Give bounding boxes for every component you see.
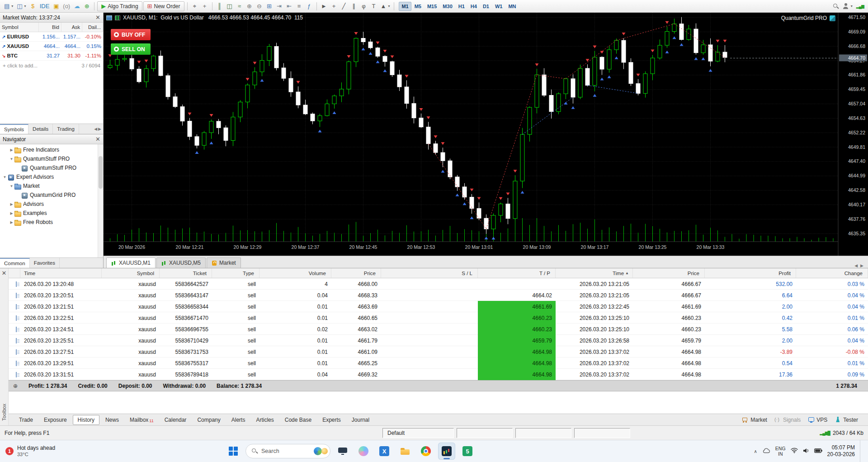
zoom-in-icon[interactable]: ⊕ [245, 1, 254, 11]
close-icon[interactable]: ✕ [95, 14, 100, 20]
expand-icon[interactable]: ▼ [9, 157, 14, 161]
chart-type-icon[interactable] [115, 15, 120, 20]
service-link[interactable]: Market [742, 417, 767, 423]
expand-icon[interactable]: ▶ [9, 148, 14, 152]
navigator-item[interactable]: ▶ Examples [0, 209, 103, 218]
history-column-header[interactable]: Type [212, 268, 259, 278]
toolbox-tab[interactable]: Alerts [226, 415, 250, 425]
navigator-item[interactable]: ▼ QuantumStuff PRO [0, 154, 103, 163]
timeframe-button[interactable]: MN [505, 2, 519, 11]
add-symbol-row[interactable]: + click to add... 3 / 6094 [0, 61, 103, 70]
tabs-scroll-right-icon[interactable]: ▶ [860, 263, 863, 268]
taskbar-search[interactable]: Search [245, 444, 330, 458]
profile-selector[interactable]: Default [382, 428, 454, 438]
navigator-item[interactable]: ▼ Market [0, 181, 103, 191]
navigator-item[interactable]: ▶ Free Robots [0, 218, 103, 227]
scrollbar-thumb[interactable] [99, 156, 103, 189]
expand-icon[interactable]: ▶ [9, 202, 14, 206]
volume-icon[interactable] [803, 448, 809, 455]
toolbox-tab[interactable]: Exposure [39, 415, 72, 425]
expand-icon[interactable]: ▶ [9, 211, 14, 215]
new-chart-icon[interactable]: ▤ ▾ [3, 1, 14, 11]
column-header[interactable]: Bid [39, 23, 61, 32]
buy-button[interactable]: BUY OFF [111, 29, 151, 40]
toolbar-item[interactable] [316, 2, 317, 10]
history-row[interactable]: 2026.03.20 13:22:51 xauusd 55836671470 s… [9, 312, 868, 324]
toolbox-tab[interactable]: Mailbox 11 [125, 415, 159, 425]
toolbar-item[interactable] [212, 2, 212, 10]
taskbar-clock[interactable]: 05:07 PM 20-03-2026 [827, 444, 855, 458]
trendline-icon[interactable]: ╱ [340, 1, 349, 11]
navigator-tab[interactable]: Favorites [30, 258, 60, 268]
wps-app-icon[interactable] [459, 443, 476, 460]
toolbar-item[interactable] [94, 2, 94, 10]
toolbox-tab[interactable]: News [100, 415, 124, 425]
expand-summary-icon[interactable]: ⊕ [13, 383, 18, 389]
objects-list-icon[interactable]: ≡ [295, 1, 304, 11]
chart-tab[interactable]: Market [207, 257, 241, 268]
metaeditor-ide-icon[interactable]: IDE [38, 1, 51, 11]
toolbox-tab[interactable]: Articles [251, 415, 278, 425]
algo-trading-button[interactable]: ▶ Algo Trading [97, 1, 142, 11]
timeframe-button[interactable]: M15 [425, 2, 439, 11]
chart-menu-icon[interactable] [106, 15, 112, 20]
navigator-item[interactable]: QuantumStuff PRO [0, 163, 103, 172]
history-column-header[interactable]: S / L [381, 268, 478, 278]
close-icon[interactable]: ✕ [95, 136, 100, 142]
show-desktop-button[interactable] [860, 440, 862, 462]
language-indicator[interactable]: ENG IN [775, 446, 786, 457]
metatrader-app-icon[interactable] [438, 443, 455, 460]
toolbox-tab[interactable]: History [73, 415, 99, 425]
text-tool-icon[interactable]: T [369, 1, 378, 11]
history-column-header[interactable]: Time ▲ [556, 268, 633, 278]
toolbox-tab[interactable]: Company [192, 415, 225, 425]
copilot-app-icon[interactable] [355, 443, 372, 460]
broadcast-icon[interactable]: (o) [61, 1, 71, 11]
timeframe-button[interactable]: W1 [492, 2, 505, 11]
navigator-item[interactable]: ▼ Expert Advisors [0, 172, 103, 181]
column-header[interactable]: Dail... [82, 23, 103, 32]
history-column-header[interactable]: Change [796, 268, 868, 278]
timeframe-button[interactable]: M1 [399, 2, 411, 11]
toolbar-item[interactable] [187, 2, 188, 10]
channel-icon[interactable]: ∥ [349, 1, 359, 11]
market-watch-tab[interactable]: Trading [53, 124, 79, 134]
add-account-icon[interactable]: ⊕ [82, 1, 91, 11]
fibonacci-icon[interactable]: φ [359, 1, 368, 11]
column-header[interactable]: Ask [61, 23, 82, 32]
chrome-app-icon[interactable] [417, 443, 434, 460]
history-row[interactable]: 2026.03.20 13:27:51 xauusd 55836731753 s… [9, 346, 868, 357]
line-chart-icon[interactable]: ≈ [235, 1, 244, 11]
navigator-tab[interactable]: Common [0, 258, 30, 268]
profiles-icon[interactable]: ◫ ▾ [15, 1, 27, 11]
scroll-left-icon[interactable]: ◀ [94, 127, 97, 131]
file-explorer-icon[interactable] [396, 443, 414, 460]
expand-icon[interactable]: ▶ [9, 220, 14, 224]
autoscroll-icon[interactable]: ⇥ [275, 1, 284, 11]
navigator-item[interactable]: QuantumGrid PRO [0, 191, 103, 200]
market-watch-row[interactable]: ↘BTC 31.27 31.30 -1.11% [0, 51, 103, 61]
price-chart[interactable]: 4671.504669.094666.684664.274661.864659.… [104, 13, 868, 256]
column-header[interactable]: Symbol [0, 23, 39, 32]
timeframe-button[interactable]: H4 [468, 2, 480, 11]
toolbox-tab[interactable]: Calendar [160, 415, 192, 425]
history-row[interactable]: 2026.03.20 13:20:51 xauusd 55836643147 s… [9, 290, 868, 301]
zoom-out-icon[interactable]: ⊖ [255, 1, 264, 11]
tabs-scroll-left-icon[interactable]: ◀ [854, 263, 858, 268]
history-column-header[interactable]: Ticket [160, 268, 212, 278]
navigator-item[interactable]: ▶ Free Indicators [0, 145, 103, 154]
chart-tab[interactable]: XAUUSD,M5 [156, 257, 206, 268]
start-button[interactable] [225, 443, 242, 460]
bar-chart-icon[interactable]: ║ [215, 1, 224, 11]
timeframe-button[interactable]: D1 [480, 2, 492, 11]
chart-tab[interactable]: XAUUSD,M1 [106, 257, 156, 268]
search-button[interactable] [831, 1, 840, 11]
history-column-header[interactable]: Price [633, 268, 705, 278]
history-column-header[interactable]: T / P [478, 268, 556, 278]
draw-crosshair-icon[interactable]: + [330, 1, 339, 11]
chart-area[interactable]: 4671.504669.094666.684664.274661.864659.… [104, 13, 868, 268]
timeframe-button[interactable]: H1 [456, 2, 467, 11]
expand-icon[interactable]: ▼ [9, 184, 14, 188]
desktop-app-icon[interactable] [334, 443, 351, 460]
service-link[interactable]: VPS [808, 417, 827, 423]
